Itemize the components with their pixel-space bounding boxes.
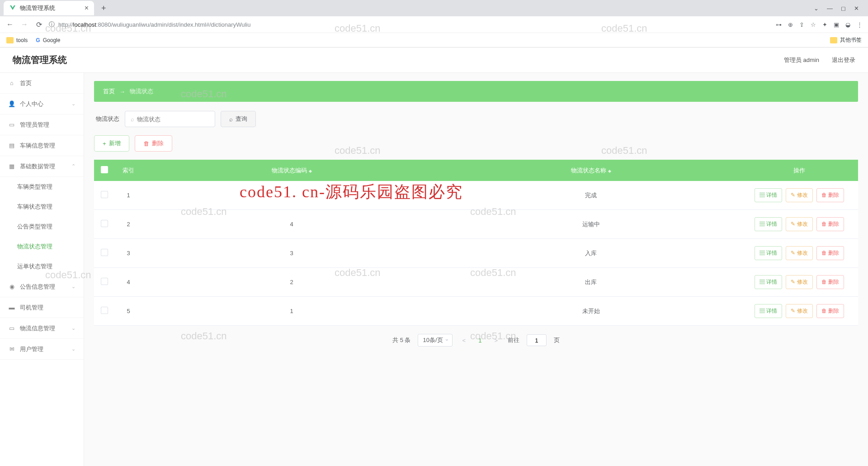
app-root: 物流管理系统 管理员 admin 退出登录 ⌂首页 👤个人中心⌄ ▭管理员管理 … [0,48,868,466]
col-index[interactable]: 索引 [115,160,142,181]
page-size-select[interactable]: 10条/页 [418,334,452,347]
dropdown-icon[interactable]: ⌄ [814,5,819,12]
bookmarks-bar: tools GGoogle 其他书签 [0,33,868,47]
row-delete-button[interactable]: 🗑 删除 [816,246,844,260]
row-checkbox[interactable] [101,278,108,285]
add-button[interactable]: +新增 [94,135,129,152]
tab-title: 物流管理系统 [20,4,55,12]
row-edit-button[interactable]: ✎ 修改 [786,217,812,231]
cell-index: 4 [115,268,142,297]
col-ops: 操作 [741,160,858,181]
row-checkbox[interactable] [101,307,108,314]
row-checkbox[interactable] [101,249,108,256]
chevron-down-icon: ⌄ [71,346,75,352]
col-code[interactable]: 物流状态编码◆ [142,160,441,181]
bulb-icon: ◉ [8,283,15,290]
star-icon[interactable]: ☆ [811,21,816,28]
search-icon: ⌕ [131,116,134,123]
page-current[interactable]: 1 [476,337,484,344]
col-name[interactable]: 物流状态名称◆ [441,160,741,181]
maximize-icon[interactable]: ◻ [841,5,846,12]
query-button[interactable]: ⌕查询 [221,111,256,127]
sidebar-item-vehicle[interactable]: ▤车辆信息管理 [0,135,84,156]
filter-input[interactable] [137,116,213,123]
profile-icon[interactable]: ◒ [845,21,850,28]
bookmark-tools[interactable]: tools [6,37,28,43]
search-icon: ⌕ [229,116,233,123]
delete-button[interactable]: 🗑删除 [135,135,172,152]
user-icon: 👤 [8,100,15,108]
back-button[interactable]: ← [5,20,14,29]
forward-button[interactable]: → [20,20,29,29]
sidebar-item-basedata[interactable]: ▦基础数据管理⌃ [0,156,84,177]
row-delete-button[interactable]: 🗑 删除 [816,275,844,289]
filter-label: 物流状态 [96,115,119,123]
row-edit-button[interactable]: ✎ 修改 [786,188,812,202]
row-edit-button[interactable]: ✎ 修改 [786,246,812,260]
row-delete-button[interactable]: 🗑 删除 [816,188,844,202]
sidebar-item-driver[interactable]: ▬司机管理 [0,297,84,318]
cell-code: 3 [142,239,441,268]
url-box[interactable]: ⓘ http://localhost:8080/wuliuguanliwu/ad… [49,18,770,31]
row-detail-button[interactable]: ▤ 详情 [755,188,782,202]
page-next[interactable]: > [491,337,500,344]
sidebar-sub-waybill-status[interactable]: 运单状态管理 [0,257,84,276]
user-label[interactable]: 管理员 admin [784,56,819,64]
vehicle-icon: ▤ [8,142,15,149]
extensions-icon[interactable]: ✦ [822,21,827,28]
sidebar-item-user[interactable]: ✉用户管理⌄ [0,339,84,360]
site-info-icon[interactable]: ⓘ [49,20,55,29]
sidebar-sub-vehicle-status[interactable]: 车辆状态管理 [0,197,84,217]
row-edit-button[interactable]: ✎ 修改 [786,304,812,318]
cell-name: 运输中 [441,210,741,239]
close-window-icon[interactable]: ✕ [854,5,859,12]
bookmark-google[interactable]: GGoogle [36,37,60,43]
sidebar-sub-vehicle-type[interactable]: 车辆类型管理 [0,177,84,197]
row-detail-button[interactable]: ▤ 详情 [755,217,782,231]
browser-chrome: 物流管理系统 × + ⌄ — ◻ ✕ ← → ⟳ ⓘ http://localh… [0,0,868,48]
filter-row: 物流状态 ⌕ ⌕查询 [94,111,858,127]
row-detail-button[interactable]: ▤ 详情 [755,275,782,289]
filter-input-wrap[interactable]: ⌕ [125,111,215,127]
sidebar-item-notice[interactable]: ◉公告信息管理⌄ [0,276,84,297]
goto-input[interactable] [527,334,547,346]
key-icon[interactable]: ⊶ [776,21,782,28]
new-tab-button[interactable]: + [98,2,110,15]
sidebar-item-home[interactable]: ⌂首页 [0,73,84,94]
sort-icon[interactable]: ◆ [309,169,312,173]
zoom-icon[interactable]: ⊕ [788,21,793,28]
cell-name: 出库 [441,268,741,297]
tab-close-icon[interactable]: × [85,4,89,12]
message-icon: ▭ [8,325,15,332]
sidebar-item-logistics[interactable]: ▭物流信息管理⌄ [0,318,84,339]
minimize-icon[interactable]: — [827,5,833,12]
breadcrumb-home[interactable]: 首页 [103,87,115,95]
table-row: 1完成▤ 详情✎ 修改🗑 删除 [94,181,858,210]
row-checkbox[interactable] [101,220,108,227]
sidebar-item-admin[interactable]: ▭管理员管理 [0,114,84,135]
panel-icon[interactable]: ▣ [834,21,839,28]
sidebar-sub-notice-type[interactable]: 公告类型管理 [0,217,84,237]
logout-link[interactable]: 退出登录 [832,56,855,64]
row-edit-button[interactable]: ✎ 修改 [786,275,812,289]
checkbox-all[interactable] [101,166,108,173]
menu-icon[interactable]: ⋮ [857,21,863,28]
bookmark-other[interactable]: 其他书签 [830,36,862,44]
sidebar-item-personal[interactable]: 👤个人中心⌄ [0,94,84,114]
row-detail-button[interactable]: ▤ 详情 [755,246,782,260]
row-checkbox[interactable] [101,191,108,198]
row-delete-button[interactable]: 🗑 删除 [816,304,844,318]
browser-tab[interactable]: 物流管理系统 × [4,1,94,15]
row-detail-button[interactable]: ▤ 详情 [755,304,782,318]
cell-ops: ▤ 详情✎ 修改🗑 删除 [741,210,858,239]
cell-ops: ▤ 详情✎ 修改🗑 删除 [741,181,858,210]
sidebar-sub-logistics-status[interactable]: 物流状态管理 [0,237,84,257]
page-prev[interactable]: < [460,337,469,344]
row-delete-button[interactable]: 🗑 删除 [816,217,844,231]
cell-code: 1 [142,297,441,326]
sort-icon[interactable]: ◆ [608,169,611,173]
reload-button[interactable]: ⟳ [34,20,43,29]
share-icon[interactable]: ⇪ [799,21,804,28]
cell-code: 4 [142,210,441,239]
cell-code: 2 [142,268,441,297]
